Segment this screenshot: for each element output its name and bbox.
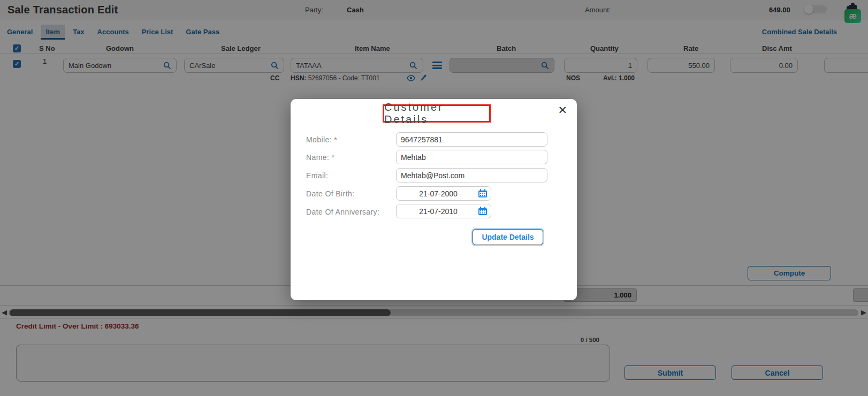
modal-title-highlight-box: Customer Details (383, 104, 491, 123)
update-details-button[interactable]: Update Details (473, 229, 543, 245)
calendar-icon[interactable] (478, 189, 488, 198)
dob-field[interactable] (396, 186, 491, 201)
mobile-label: Mobile: * (306, 135, 337, 144)
customer-details-modal: Customer Details ✕ Mobile: * Name: * Ema… (291, 99, 577, 300)
close-icon[interactable]: ✕ (558, 104, 567, 116)
email-label: Email: (306, 171, 328, 180)
mobile-field[interactable] (396, 132, 547, 147)
email-field[interactable] (396, 168, 547, 182)
anniversary-field[interactable] (396, 204, 491, 218)
name-field[interactable] (396, 150, 547, 164)
modal-title: Customer Details (384, 101, 489, 126)
name-label: Name: * (306, 153, 334, 162)
calendar-icon[interactable] (478, 207, 488, 216)
dob-label: Date Of Birth: (306, 189, 354, 198)
sale-transaction-edit-screen: Sale Transaction Edit Party: Cash Amount… (0, 0, 868, 396)
anniversary-label: Date Of Anniversary: (306, 208, 379, 216)
